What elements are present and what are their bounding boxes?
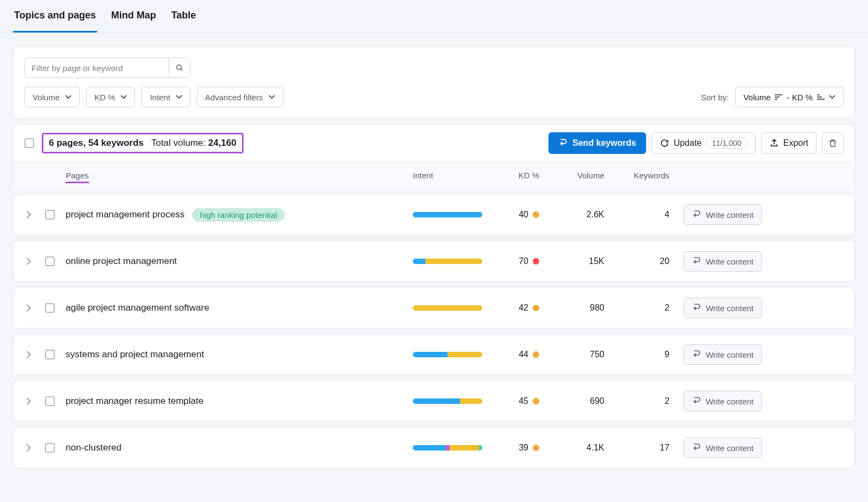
intent-bar	[413, 445, 482, 450]
volume-value: 690	[546, 396, 604, 406]
delete-button[interactable]	[822, 132, 844, 154]
expand-toggle[interactable]	[24, 445, 45, 450]
expand-toggle[interactable]	[24, 212, 45, 217]
kd-value: 70	[519, 256, 528, 266]
chevron-right-icon	[23, 444, 31, 452]
kd-value: 44	[519, 350, 528, 359]
expand-toggle[interactable]	[24, 398, 45, 404]
chevron-down-icon	[176, 95, 182, 99]
col-keywords[interactable]: Keywords	[604, 171, 669, 180]
export-label: Export	[783, 138, 808, 148]
export-icon	[769, 138, 779, 148]
write-label: Write content	[706, 210, 754, 220]
kd-dot	[533, 351, 539, 358]
row-checkbox[interactable]	[45, 303, 55, 313]
keywords-value: 9	[604, 350, 669, 359]
trash-icon	[828, 138, 838, 148]
write-content-button[interactable]: Write content	[684, 391, 762, 411]
sort-label: Sort by:	[701, 93, 729, 102]
write-label: Write content	[706, 304, 754, 313]
filter-advanced-label: Advanced filters	[205, 93, 263, 102]
tab-mind-map[interactable]: Mind Map	[110, 0, 157, 33]
high-ranking-tag: high ranking potential	[192, 208, 285, 222]
page-name[interactable]: online project management	[66, 256, 177, 267]
write-icon	[692, 396, 701, 406]
page-name[interactable]: project manager resume template	[66, 396, 203, 407]
chevron-down-icon	[829, 95, 835, 99]
write-content-button[interactable]: Write content	[684, 344, 762, 365]
write-label: Write content	[706, 350, 754, 359]
select-all-checkbox[interactable]	[24, 138, 34, 148]
table-row: systems and project management447509Writ…	[13, 334, 855, 375]
send-icon	[558, 138, 568, 148]
filter-intent[interactable]: Intent	[142, 87, 190, 107]
tab-topics-and-pages[interactable]: Topics and pages	[13, 0, 97, 33]
filter-kd[interactable]: KD %	[86, 87, 135, 107]
row-checkbox[interactable]	[45, 256, 55, 266]
keywords-value: 2	[604, 396, 669, 406]
col-intent[interactable]: Intent	[413, 171, 492, 180]
kd-value: 42	[519, 303, 528, 313]
page-name[interactable]: project management process	[66, 209, 184, 220]
chevron-down-icon	[269, 95, 275, 99]
write-label: Write content	[706, 257, 754, 266]
chevron-down-icon	[120, 95, 127, 99]
row-checkbox[interactable]	[45, 396, 55, 406]
row-checkbox[interactable]	[45, 350, 55, 359]
update-badge: 11/1,000	[706, 138, 748, 149]
write-content-button[interactable]: Write content	[684, 204, 762, 225]
expand-toggle[interactable]	[24, 352, 45, 357]
kd-dot	[533, 398, 539, 404]
volume-value: 980	[546, 303, 604, 313]
row-checkbox[interactable]	[45, 443, 55, 453]
intent-bar	[413, 212, 482, 217]
kd-value: 45	[519, 396, 528, 406]
summary-bar: 6 pages, 54 keywords Total volume: 24,16…	[13, 124, 855, 162]
table-row: agile project management software429802W…	[13, 287, 855, 329]
row-checkbox[interactable]	[45, 210, 55, 220]
page-name[interactable]: systems and project management	[66, 349, 204, 360]
write-content-button[interactable]: Write content	[684, 437, 762, 458]
svg-point-0	[177, 65, 182, 70]
search-icon	[175, 63, 184, 72]
col-pages[interactable]: Pages	[66, 171, 413, 180]
write-content-button[interactable]: Write content	[684, 251, 762, 272]
chevron-right-icon	[23, 211, 31, 218]
col-volume[interactable]: Volume	[546, 171, 604, 180]
page-name[interactable]: non-clustered	[66, 442, 122, 453]
keywords-value: 2	[604, 303, 669, 313]
tab-table[interactable]: Table	[170, 0, 197, 33]
sort-value-b: - KD %	[787, 93, 813, 102]
search-input[interactable]	[24, 57, 169, 78]
update-button[interactable]: Update 11/1,000	[652, 132, 756, 154]
sort-select[interactable]: Volume - KD %	[735, 87, 844, 107]
table-row: online project management7015K20Write co…	[13, 241, 855, 282]
filter-volume[interactable]: Volume	[24, 87, 80, 107]
table-row: non-clustered394.1K17Write content	[13, 427, 855, 468]
filter-advanced[interactable]: Advanced filters	[197, 87, 283, 107]
export-button[interactable]: Export	[761, 132, 816, 154]
write-label: Write content	[706, 397, 754, 406]
sort-desc-icon	[775, 94, 782, 100]
intent-bar	[413, 352, 482, 357]
filter-intent-label: Intent	[150, 93, 170, 102]
page-name[interactable]: agile project management software	[66, 303, 209, 313]
search-button[interactable]	[169, 57, 190, 78]
summary-highlight: 6 pages, 54 keywords Total volume: 24,16…	[42, 133, 244, 153]
table-row: project manager resume template456902Wri…	[13, 381, 855, 422]
write-content-button[interactable]: Write content	[684, 298, 762, 318]
volume-value: 2.6K	[546, 210, 604, 220]
keywords-value: 20	[604, 256, 669, 266]
send-keywords-button[interactable]: Send keywords	[548, 132, 646, 154]
tabs: Topics and pages Mind Map Table	[0, 0, 868, 33]
keywords-value: 17	[604, 443, 669, 453]
col-kd[interactable]: KD %	[492, 171, 546, 180]
expand-toggle[interactable]	[24, 259, 45, 264]
filter-volume-label: Volume	[33, 93, 60, 102]
sort-asc-icon	[817, 94, 825, 100]
intent-bar	[413, 398, 482, 404]
expand-toggle[interactable]	[24, 305, 45, 311]
kd-dot	[533, 305, 539, 311]
kd-value: 40	[519, 210, 528, 220]
summary-total: Total volume: 24,160	[151, 138, 237, 149]
